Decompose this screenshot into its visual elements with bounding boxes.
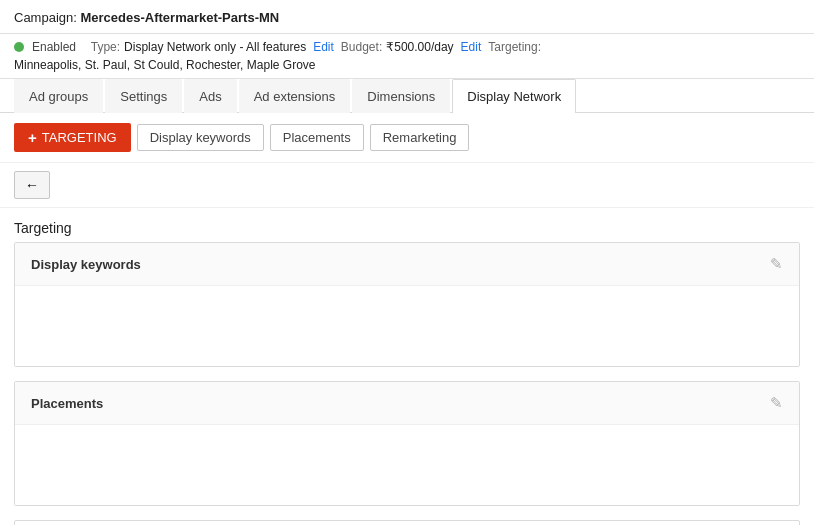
display-keywords-card: Display keywords ✎ [14,242,800,367]
placements-edit-icon[interactable]: ✎ [770,394,783,412]
campaign-label: Campaign: [14,10,77,25]
optimization-card: Targeting optimization Let AdWords autom… [14,520,800,525]
budget-label: Budget: [341,40,382,54]
back-section: ← [0,163,814,208]
tab-ad-extensions[interactable]: Ad extensions [239,79,351,113]
status-dot [14,42,24,52]
edit-budget-link[interactable]: Edit [461,40,482,54]
placements-card: Placements ✎ [14,381,800,506]
placements-card-header: Placements ✎ [15,382,799,425]
display-keywords-card-body [15,286,799,366]
campaign-name: Mercedes-Aftermarket-Parts-MN [81,10,280,25]
back-button[interactable]: ← [14,171,50,199]
tab-settings[interactable]: Settings [105,79,182,113]
enabled-label: Enabled [32,40,76,54]
tab-display-network[interactable]: Display Network [452,79,576,113]
campaign-header: Campaign: Mercedes-Aftermarket-Parts-MN [0,0,814,34]
type-value: Display Network only - All features [124,40,306,54]
content-area: Display keywords ✎ Placements ✎ Targetin… [0,242,814,525]
targeting-label: Targeting: [488,40,541,54]
type-label: Type: [91,40,120,54]
display-keywords-button[interactable]: Display keywords [137,124,264,151]
targeting-value: Minneapolis, St. Paul, St Could, Rochest… [14,58,315,72]
status-bar: Enabled Type: Display Network only - All… [0,34,814,79]
tabs-bar: Ad groups Settings Ads Ad extensions Dim… [0,79,814,113]
placements-button[interactable]: Placements [270,124,364,151]
tab-ad-groups[interactable]: Ad groups [14,79,103,113]
plus-icon: + [28,129,37,146]
tab-ads[interactable]: Ads [184,79,236,113]
section-title: Targeting [0,208,814,242]
display-keywords-title: Display keywords [31,257,141,272]
targeting-button-label: TARGETING [42,130,117,145]
targeting-button[interactable]: + TARGETING [14,123,131,152]
placements-title: Placements [31,396,103,411]
remarketing-button[interactable]: Remarketing [370,124,470,151]
display-keywords-card-header: Display keywords ✎ [15,243,799,286]
budget-value: ₹500.00/day [386,40,453,54]
toolbar: + TARGETING Display keywords Placements … [0,113,814,163]
placements-card-body [15,425,799,505]
edit-type-link[interactable]: Edit [313,40,334,54]
display-keywords-edit-icon[interactable]: ✎ [770,255,783,273]
tab-dimensions[interactable]: Dimensions [352,79,450,113]
